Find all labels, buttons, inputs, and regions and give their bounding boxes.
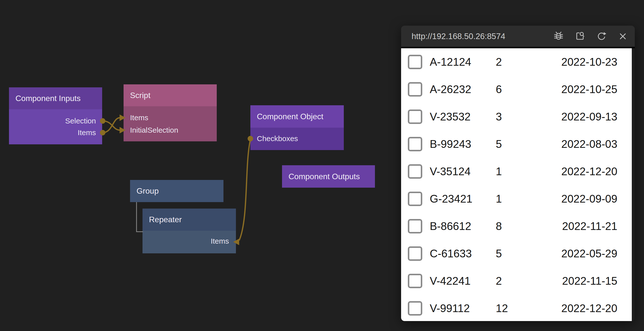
row-quantity: 12 bbox=[496, 295, 508, 321]
row-quantity: 3 bbox=[496, 103, 502, 130]
port-items-input[interactable]: Items bbox=[130, 113, 148, 122]
table-row: G-23421 1 2022-09-09 bbox=[401, 185, 632, 213]
preview-page: A-12124 2 2022-10-23 A-26232 6 2022-10-2… bbox=[401, 48, 632, 321]
row-quantity: 5 bbox=[496, 130, 502, 158]
row-checkbox[interactable] bbox=[408, 82, 422, 97]
row-id: G-23421 bbox=[430, 185, 472, 213]
row-date: 2022-12-20 bbox=[561, 295, 617, 321]
row-date: 2022-10-23 bbox=[561, 48, 617, 76]
port-initialselection-input[interactable]: InitialSelection bbox=[130, 126, 178, 134]
port-selection-output[interactable]: Selection bbox=[65, 117, 96, 125]
row-date: 2022-11-15 bbox=[562, 267, 617, 295]
toolbar-buttons bbox=[553, 31, 635, 42]
row-checkbox[interactable] bbox=[408, 192, 422, 206]
preview-panel: http://192.168.50.26:8574 bbox=[401, 26, 635, 321]
table-row: A-26232 6 2022-10-25 bbox=[401, 76, 632, 103]
refresh-icon bbox=[596, 31, 607, 42]
bug-icon bbox=[553, 31, 564, 42]
inspect-page-button[interactable] bbox=[574, 31, 586, 42]
node-script[interactable]: Script Items InitialSelection bbox=[124, 84, 217, 141]
node-body: Items bbox=[142, 231, 236, 253]
table-row: V-99112 12 2022-12-20 bbox=[401, 295, 632, 321]
node-title: Component Outputs bbox=[282, 165, 375, 188]
debug-button[interactable] bbox=[553, 31, 564, 42]
node-body: Items InitialSelection bbox=[124, 106, 217, 141]
row-checkbox[interactable] bbox=[408, 219, 422, 233]
table-row: V-23532 3 2022-09-13 bbox=[401, 103, 632, 130]
row-date: 2022-09-09 bbox=[561, 185, 617, 213]
node-title: Component Inputs bbox=[9, 87, 102, 109]
group-repeater-connector bbox=[136, 202, 143, 232]
row-date: 2022-09-13 bbox=[561, 103, 617, 130]
close-button[interactable] bbox=[617, 31, 628, 42]
node-component-inputs[interactable]: Component Inputs Selection Items bbox=[9, 87, 102, 144]
port-items-input[interactable]: Items bbox=[211, 237, 229, 245]
row-date: 2022-12-20 bbox=[561, 158, 617, 185]
items-list: A-12124 2 2022-10-23 A-26232 6 2022-10-2… bbox=[401, 48, 632, 321]
row-quantity: 2 bbox=[496, 48, 502, 76]
row-id: C-61633 bbox=[430, 240, 472, 267]
row-checkbox[interactable] bbox=[408, 137, 422, 151]
node-body: Selection Items bbox=[9, 109, 102, 144]
table-row: A-12124 2 2022-10-23 bbox=[401, 48, 632, 76]
table-row: V-42241 2 2022-11-15 bbox=[401, 267, 632, 295]
row-id: B-99243 bbox=[430, 130, 471, 158]
row-id: A-26232 bbox=[430, 76, 471, 103]
row-checkbox[interactable] bbox=[408, 164, 422, 179]
row-id: V-42241 bbox=[430, 267, 470, 295]
node-group[interactable]: Group bbox=[130, 180, 224, 202]
row-quantity: 1 bbox=[496, 185, 502, 213]
inspect-page-icon bbox=[574, 31, 586, 42]
row-date: 2022-11-21 bbox=[562, 213, 617, 240]
preview-toolbar: http://192.168.50.26:8574 bbox=[401, 26, 635, 47]
close-icon bbox=[617, 31, 628, 42]
port-checkboxes-input[interactable]: Checkboxes bbox=[257, 134, 298, 143]
row-quantity: 6 bbox=[496, 76, 502, 103]
row-quantity: 1 bbox=[496, 158, 502, 185]
row-date: 2022-08-03 bbox=[561, 130, 617, 158]
table-row: B-99243 5 2022-08-03 bbox=[401, 130, 632, 158]
node-component-outputs[interactable]: Component Outputs bbox=[282, 165, 375, 188]
port-items-output[interactable]: Items bbox=[78, 128, 96, 137]
node-title: Script bbox=[124, 84, 217, 106]
row-id: V-99112 bbox=[430, 295, 470, 321]
row-date: 2022-05-29 bbox=[561, 240, 617, 267]
wire-items-items[interactable] bbox=[103, 118, 120, 133]
row-id: B-86612 bbox=[430, 213, 471, 240]
node-component-object[interactable]: Component Object Checkboxes bbox=[250, 105, 344, 150]
refresh-button[interactable] bbox=[596, 31, 607, 42]
preview-content-frame: A-12124 2 2022-10-23 A-26232 6 2022-10-2… bbox=[401, 48, 635, 321]
row-date: 2022-10-25 bbox=[561, 76, 617, 103]
row-checkbox[interactable] bbox=[408, 274, 422, 288]
row-quantity: 8 bbox=[496, 213, 502, 240]
table-row: B-86612 8 2022-11-21 bbox=[401, 213, 632, 240]
row-id: V-23532 bbox=[430, 103, 470, 130]
row-quantity: 2 bbox=[496, 267, 502, 295]
table-row: V-35124 1 2022-12-20 bbox=[401, 158, 632, 185]
row-checkbox[interactable] bbox=[408, 109, 422, 124]
node-title: Repeater bbox=[142, 209, 236, 231]
row-quantity: 5 bbox=[496, 240, 502, 267]
row-checkbox[interactable] bbox=[408, 246, 422, 261]
node-title: Component Object bbox=[250, 105, 344, 128]
node-body: Checkboxes bbox=[250, 128, 344, 150]
row-checkbox[interactable] bbox=[408, 55, 422, 69]
row-id: A-12124 bbox=[430, 48, 471, 76]
table-row: C-61633 5 2022-05-29 bbox=[401, 240, 632, 267]
wire-checkboxes-repeater-items[interactable] bbox=[239, 140, 250, 240]
url-field[interactable]: http://192.168.50.26:8574 bbox=[412, 32, 553, 41]
row-checkbox[interactable] bbox=[408, 301, 422, 316]
wire-selection-initialselection[interactable] bbox=[103, 121, 120, 130]
row-id: V-35124 bbox=[430, 158, 470, 185]
node-title: Group bbox=[130, 180, 224, 202]
node-repeater[interactable]: Repeater Items bbox=[142, 209, 236, 253]
